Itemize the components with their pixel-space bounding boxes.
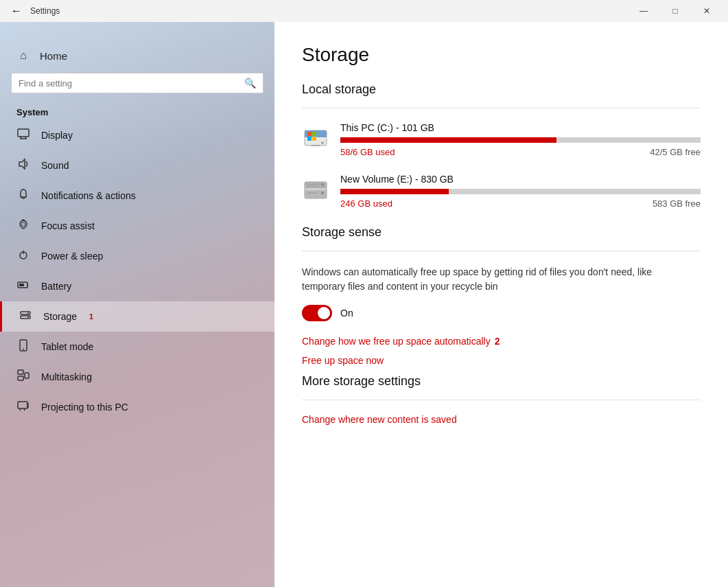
sidebar-item-tablet[interactable]: Tablet mode (0, 332, 274, 362)
svg-rect-38 (305, 190, 327, 198)
local-storage-divider (302, 108, 701, 108)
notifications-icon (16, 188, 30, 203)
search-icon: 🔍 (244, 78, 256, 89)
multitasking-label: Multitasking (41, 371, 92, 382)
sidebar-item-focus[interactable]: Focus assist (0, 211, 274, 241)
sound-icon (16, 158, 30, 173)
storage-sense-toggle[interactable] (302, 305, 332, 321)
notifications-label: Notifications & actions (41, 190, 136, 201)
focus-label: Focus assist (41, 220, 95, 231)
more-storage-title: More storage settings (302, 374, 701, 389)
page-title: Storage (302, 44, 701, 66)
close-button[interactable]: ✕ (691, 0, 723, 22)
svg-rect-30 (307, 132, 312, 136)
sidebar-header (0, 22, 274, 41)
storage-icon (19, 309, 32, 324)
svg-point-39 (321, 183, 324, 186)
drive-e-details: New Volume (E:) - 830 GB 246 GB used 583… (340, 174, 701, 209)
svg-rect-17 (18, 370, 23, 374)
drive-c-free: 42/5 GB free (650, 147, 701, 157)
app-title: Settings (30, 6, 60, 16)
display-label: Display (41, 130, 73, 141)
multitasking-icon (16, 369, 30, 384)
change-freespace-text: Change how we free up space automaticall… (302, 336, 491, 347)
local-storage-title: Local storage (302, 82, 701, 97)
svg-point-16 (23, 349, 24, 350)
sidebar-section-system: System (0, 102, 274, 120)
sidebar-item-display[interactable]: Display (0, 120, 274, 150)
storage-sense-desc: Windows can automatically free up space … (302, 265, 659, 294)
sidebar: ⌂ Home 🔍 System Display (0, 22, 274, 587)
svg-point-14 (27, 316, 29, 318)
change-freespace-link[interactable]: Change how we free up space automaticall… (302, 336, 500, 347)
search-input[interactable] (19, 78, 244, 89)
back-button[interactable]: ← (5, 2, 27, 20)
svg-rect-9 (19, 284, 24, 286)
storage-badge: 1 (89, 312, 93, 321)
svg-point-40 (321, 192, 324, 194)
sound-label: Sound (41, 160, 69, 171)
drive-e-name: New Volume (E:) - 830 GB (340, 174, 701, 185)
svg-rect-18 (18, 376, 23, 380)
sidebar-item-storage[interactable]: Storage 1 (0, 301, 274, 332)
sidebar-item-power[interactable]: Power & sleep (0, 241, 274, 271)
projecting-label: Projecting to this PC (41, 402, 128, 413)
storage-sense-divider (302, 251, 701, 251)
svg-rect-0 (18, 129, 29, 137)
window-controls: — □ ✕ (628, 0, 723, 22)
sidebar-item-sound[interactable]: Sound (0, 150, 274, 181)
drive-e-fill (340, 189, 449, 194)
change-freespace-badge: 2 (495, 336, 500, 347)
display-icon (16, 128, 30, 143)
svg-rect-33 (312, 137, 316, 141)
maximize-button[interactable]: □ (659, 0, 691, 22)
drive-c-bar (340, 137, 701, 143)
more-storage-divider (302, 400, 701, 400)
drive-c-fill (340, 137, 556, 143)
sidebar-item-home[interactable]: ⌂ Home (0, 41, 274, 70)
sidebar-item-battery[interactable]: Battery (0, 271, 274, 301)
tablet-label: Tablet mode (41, 341, 93, 352)
svg-line-22 (24, 408, 25, 411)
drive-e-icon (302, 176, 329, 204)
sidebar-item-multitasking[interactable]: Multitasking (0, 362, 274, 392)
storage-sense-title: Storage sense (302, 225, 701, 240)
tablet-icon (16, 339, 30, 354)
svg-line-21 (20, 408, 21, 411)
toggle-row: On (302, 305, 701, 321)
svg-rect-32 (307, 137, 312, 141)
svg-point-34 (321, 141, 324, 144)
drive-c-icon (302, 125, 329, 152)
drive-e-used: 246 GB used (340, 198, 392, 209)
battery-icon (16, 279, 30, 294)
sidebar-item-projecting[interactable]: Projecting to this PC (0, 392, 274, 422)
minimize-button[interactable]: — (628, 0, 659, 22)
toggle-label: On (340, 308, 353, 319)
svg-rect-19 (25, 373, 29, 378)
sidebar-item-notifications[interactable]: Notifications & actions (0, 181, 274, 211)
power-label: Power & sleep (41, 251, 103, 262)
titlebar: ← Settings — □ ✕ (0, 0, 728, 22)
svg-marker-4 (19, 159, 25, 169)
content-area: Storage Local storage (274, 22, 728, 587)
svg-rect-20 (18, 402, 27, 408)
svg-point-13 (27, 312, 29, 314)
drive-c-name: This PC (C:) - 101 GB (340, 122, 701, 133)
drive-c-stats: 58/6 GB used 42/5 GB free (340, 147, 701, 157)
home-label: Home (40, 50, 67, 62)
main-layout: ⌂ Home 🔍 System Display (0, 22, 728, 587)
toggle-knob (318, 307, 330, 319)
change-where-link[interactable]: Change where new content is saved (302, 414, 701, 425)
home-icon: ⌂ (16, 49, 30, 62)
drive-e-item: New Volume (E:) - 830 GB 246 GB used 583… (302, 174, 701, 209)
free-space-now-link[interactable]: Free up space now (302, 355, 701, 366)
storage-label: Storage (43, 311, 77, 322)
drive-c-details: This PC (C:) - 101 GB 58/6 GB used 42/5 … (340, 122, 701, 157)
focus-icon (16, 218, 30, 233)
drive-c-item: This PC (C:) - 101 GB 58/6 GB used 42/5 … (302, 122, 701, 157)
drive-e-free: 583 GB free (653, 198, 701, 209)
projecting-icon (16, 400, 30, 415)
svg-rect-31 (312, 132, 316, 136)
power-icon (16, 249, 30, 264)
search-box[interactable]: 🔍 (11, 73, 263, 93)
